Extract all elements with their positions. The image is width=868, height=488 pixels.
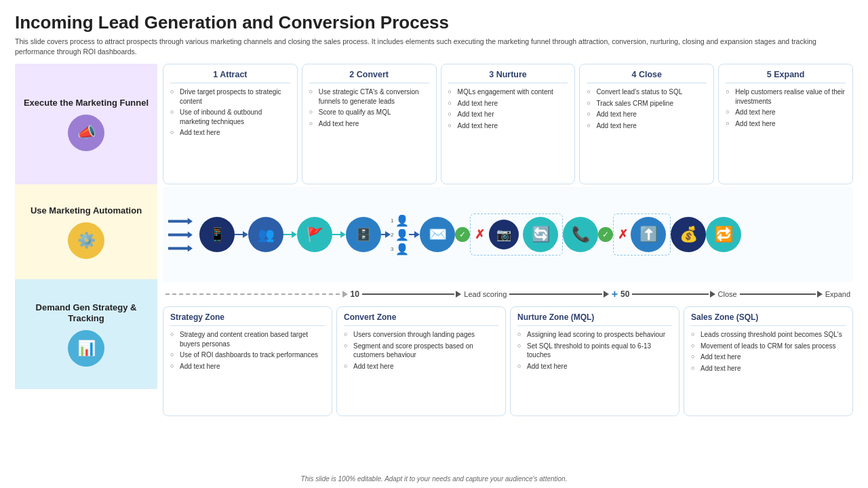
funnel-row: 1 Attract Drive target prospects to stra… (163, 64, 853, 184)
expand-label: Expand (825, 290, 850, 298)
sidebar: Execute the Marketing Funnel 📣 Use Marke… (15, 64, 157, 416)
user-2: 2 👤 (391, 228, 409, 241)
expand-item-1: Help customers realise value of their in… (726, 87, 846, 106)
camera-icon: 📷 (489, 220, 519, 249)
check-1: ✓ (455, 227, 470, 242)
lead-scoring-label: Lead scoring (464, 290, 507, 298)
sidebar-automation: Use Marketing Automation ⚙️ (15, 184, 157, 279)
strategy-zone-title: Strategy Zone (170, 312, 325, 326)
money-icon: 💰 (671, 217, 706, 252)
score-end: 50 (620, 289, 629, 299)
nurture-item-3: Add text her (448, 110, 568, 119)
automation-row: 📱 👥 🚩 (163, 187, 853, 282)
attract-list: Drive target prospects to strategic cont… (170, 87, 290, 138)
funnel-box-attract: 1 Attract Drive target prospects to stra… (163, 64, 298, 184)
flag-icon: 🚩 (297, 217, 332, 252)
close-item-2: Track sales CRM pipeline (587, 99, 707, 108)
nurture-item-4: Add text here (448, 121, 568, 131)
expand-item-3: Add text here (726, 119, 846, 129)
attract-item-2: Use of inbound & outbound marketing tech… (170, 108, 290, 126)
sidebar-funnel: Execute the Marketing Funnel 📣 (15, 64, 157, 184)
demand-icon: 📊 (68, 330, 104, 367)
mobile-icon: 📱 (199, 217, 235, 252)
close-item-3: Add text here (587, 110, 707, 119)
funnel-label: Execute the Marketing Funnel (24, 98, 149, 109)
arrow-3 (168, 245, 193, 251)
x-mark-2: ✗ (618, 227, 628, 242)
zone-strategy: Strategy Zone Strategy and content creat… (163, 306, 332, 416)
check-2: ✓ (598, 227, 613, 242)
convert-item-2: Score to qualify as MQL (309, 108, 429, 117)
sz-item-3: Add text here (170, 362, 325, 371)
sales-zone-list: Leads crossing threshold point becomes S… (691, 330, 846, 373)
slide-title: Incoming Lead Generation and Conversion … (15, 12, 853, 33)
sz-item-2: Use of ROI dashboards to track performan… (170, 350, 325, 360)
convert-item-1: Use strategic CTA's & conversion funnels… (309, 87, 429, 106)
nurture-zone-title: Nurture Zone (MQL) (517, 312, 672, 326)
attract-title: 1 Attract (170, 70, 290, 83)
saz-item-3: Add text here (691, 352, 846, 362)
user-1: 1 👤 (391, 214, 409, 227)
sidebar-demand: Demand Gen Strategy & Tracking 📊 (15, 279, 157, 389)
nz-item-3: Add text here (517, 362, 672, 371)
strategy-zone-list: Strategy and content creation based targ… (170, 330, 325, 371)
nz-item-2: Set SQL threshold to points equal to 6-1… (517, 342, 672, 360)
funnel-box-expand: 5 Expand Help customers realise value of… (718, 64, 853, 184)
close-item-4: Add text here (587, 121, 707, 131)
zone-row: Strategy Zone Strategy and content creat… (163, 306, 853, 416)
automation-icon: ⚙️ (68, 222, 104, 259)
people-icon: 👥 (248, 217, 283, 252)
nurture-zone-list: Assigning lead scoring to prospects beha… (517, 330, 672, 371)
close-title: 4 Close (587, 70, 707, 83)
zone-convert: Convert Zone Users conversion through la… (336, 306, 506, 416)
convert-title: 2 Convert (309, 70, 429, 83)
cz-item-3: Add text here (344, 362, 498, 371)
nurture-item-1: MQLs engagement with content (448, 87, 568, 97)
zone-nurture: Nurture Zone (MQL) Assigning lead scorin… (510, 306, 679, 416)
scoring-row: 10 Lead scoring + 50 Close (163, 285, 853, 304)
cz-item-2: Segment and score prospects based on cus… (344, 342, 498, 360)
nurture-item-2: Add text here (448, 99, 568, 108)
user-3: 3 👤 (391, 243, 409, 256)
sales-zone-title: Sales Zone (SQL) (691, 312, 846, 326)
upload-icon: ⬆️ (631, 217, 666, 252)
attract-item-3: Add text here (170, 128, 290, 138)
arrow-1 (168, 218, 193, 224)
close-list: Convert lead's status to SQL Track sales… (587, 87, 707, 130)
sz-item-1: Strategy and content creation based targ… (170, 330, 325, 348)
expand-title: 5 Expand (726, 70, 846, 83)
nz-item-1: Assigning lead scoring to prospects beha… (517, 330, 672, 340)
phone-icon: 📞 (563, 217, 598, 252)
convert-zone-list: Users conversion through landing pages S… (344, 330, 498, 371)
funnel-box-convert: 2 Convert Use strategic CTA's & conversi… (302, 64, 437, 184)
refresh-icon-2: 🔁 (706, 217, 741, 252)
automation-label: Use Marketing Automation (31, 205, 142, 217)
nurture-list: MQLs engagement with content Add text he… (448, 87, 568, 130)
refresh-icon: 🔄 (523, 217, 558, 252)
main-area: Execute the Marketing Funnel 📣 Use Marke… (15, 64, 853, 416)
plus-label: + (612, 288, 618, 300)
funnel-box-close: 4 Close Convert lead's status to SQL Tra… (579, 64, 714, 184)
saz-item-1: Leads crossing threshold point becomes S… (691, 330, 846, 340)
zone-sales: Sales Zone (SQL) Leads crossing threshol… (684, 306, 853, 416)
close-label: Close (718, 290, 737, 298)
cz-item-1: Users conversion through landing pages (344, 330, 498, 340)
email-icon: ✉️ (420, 217, 455, 252)
saz-item-2: Movement of leads to CRM for sales proce… (691, 342, 846, 351)
funnel-box-nurture: 3 Nurture MQLs engagement with content A… (441, 64, 576, 184)
expand-list: Help customers realise value of their in… (726, 87, 846, 128)
numbered-users: 1 👤 2 👤 3 👤 (391, 214, 409, 256)
convert-zone-title: Convert Zone (344, 312, 498, 326)
footer-note: This slide is 100% editable. Adapt it to… (0, 475, 868, 483)
x-mark-1: ✗ (475, 227, 485, 242)
content-area: 1 Attract Drive target prospects to stra… (157, 64, 853, 416)
attract-item-1: Drive target prospects to strategic cont… (170, 87, 290, 106)
convert-item-3: Add text here (309, 119, 429, 129)
convert-list: Use strategic CTA's & conversion funnels… (309, 87, 429, 128)
expand-item-2: Add text here (726, 108, 846, 117)
arrow-2 (168, 231, 193, 238)
nurture-title: 3 Nurture (448, 70, 568, 83)
funnel-icon: 📣 (68, 115, 104, 151)
slide: Incoming Lead Generation and Conversion … (0, 0, 868, 488)
demand-label: Demand Gen Strategy & Tracking (20, 302, 152, 325)
